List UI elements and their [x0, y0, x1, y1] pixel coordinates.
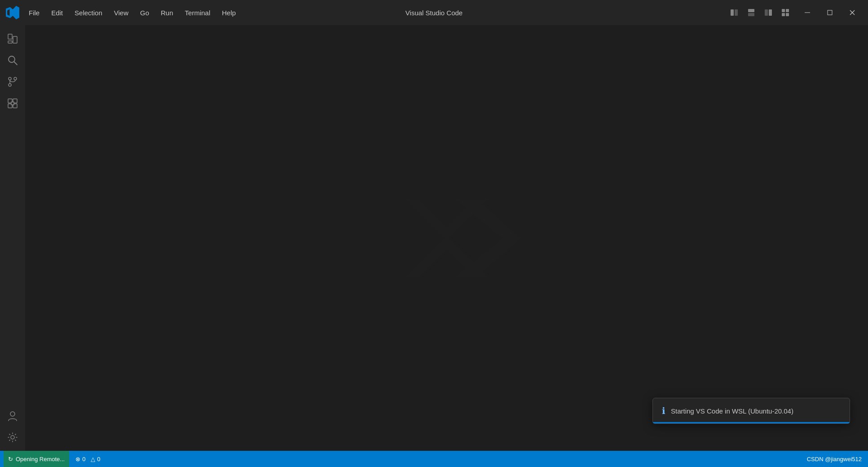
- svg-point-29: [10, 412, 15, 416]
- svg-line-18: [14, 62, 18, 65]
- svg-rect-9: [786, 13, 789, 16]
- menu-selection[interactable]: Selection: [69, 7, 108, 18]
- restore-button[interactable]: [820, 5, 840, 20]
- title-bar: File Edit Selection View Go Run Terminal…: [0, 0, 868, 25]
- split-editor-down-btn[interactable]: [743, 5, 759, 20]
- svg-rect-16: [8, 41, 12, 43]
- svg-rect-15: [13, 36, 17, 43]
- menu-bar: File Edit Selection View Go Run Terminal…: [23, 7, 726, 18]
- vscode-watermark-icon: [339, 130, 555, 346]
- remote-label: Opening Remote...: [16, 456, 65, 463]
- warning-count: 0: [97, 456, 100, 463]
- errors-status-item[interactable]: ⊗ 0: [73, 451, 88, 467]
- svg-point-30: [11, 436, 14, 439]
- svg-rect-8: [782, 13, 785, 16]
- menu-run[interactable]: Run: [155, 7, 179, 18]
- window-controls: [797, 5, 863, 20]
- menu-help[interactable]: Help: [216, 7, 241, 18]
- warnings-status-item[interactable]: △ 0: [88, 451, 103, 467]
- status-bar: ↻ Opening Remote... ⊗ 0 △ 0 CSDN @jiangw…: [0, 451, 868, 467]
- close-button[interactable]: [842, 5, 863, 20]
- customize-layout-btn[interactable]: [777, 5, 793, 20]
- explorer-icon[interactable]: [3, 29, 22, 49]
- svg-rect-1: [735, 9, 738, 16]
- vscode-logo-icon: [5, 5, 20, 20]
- source-control-icon[interactable]: [3, 72, 22, 92]
- extensions-icon[interactable]: [3, 93, 22, 113]
- svg-rect-0: [731, 9, 734, 16]
- svg-point-19: [9, 77, 11, 80]
- svg-rect-10: [805, 13, 810, 13]
- csdn-status[interactable]: CSDN @jiangwei512: [804, 456, 864, 463]
- menu-terminal[interactable]: Terminal: [180, 7, 216, 18]
- svg-rect-11: [828, 10, 832, 15]
- svg-point-20: [9, 84, 11, 86]
- svg-point-21: [14, 77, 17, 80]
- menu-edit[interactable]: Edit: [46, 7, 68, 18]
- svg-rect-14: [8, 34, 12, 39]
- menu-file[interactable]: File: [23, 7, 45, 18]
- layout-buttons: [726, 5, 793, 20]
- settings-icon[interactable]: [3, 427, 22, 447]
- svg-rect-6: [782, 9, 785, 12]
- error-icon: ⊗: [75, 456, 80, 463]
- svg-rect-27: [11, 102, 14, 105]
- activity-bottom: [3, 406, 22, 451]
- spin-icon: ↻: [8, 456, 13, 463]
- notification-toast: ℹ Starting VS Code in WSL (Ubuntu-20.04): [652, 398, 850, 424]
- editor-area: ℹ Starting VS Code in WSL (Ubuntu-20.04): [25, 25, 868, 451]
- search-icon[interactable]: [3, 50, 22, 70]
- svg-rect-7: [786, 9, 789, 12]
- info-icon: ℹ: [662, 405, 665, 416]
- main-area: ℹ Starting VS Code in WSL (Ubuntu-20.04): [0, 25, 868, 451]
- warning-icon: △: [91, 456, 95, 463]
- split-editor-right-btn[interactable]: [760, 5, 776, 20]
- minimize-button[interactable]: [797, 5, 818, 20]
- activity-bar: [0, 25, 25, 451]
- svg-rect-4: [765, 9, 768, 16]
- menu-view[interactable]: View: [109, 7, 134, 18]
- status-right: CSDN @jiangwei512: [804, 456, 864, 463]
- svg-rect-3: [748, 13, 754, 16]
- svg-rect-5: [769, 9, 772, 16]
- remote-status-item[interactable]: ↻ Opening Remote...: [4, 451, 69, 467]
- csdn-label: CSDN @jiangwei512: [807, 456, 862, 463]
- notification-message: Starting VS Code in WSL (Ubuntu-20.04): [671, 407, 793, 415]
- account-icon[interactable]: [3, 406, 22, 426]
- error-count: 0: [82, 456, 85, 463]
- split-editor-left-btn[interactable]: [726, 5, 742, 20]
- menu-go[interactable]: Go: [135, 7, 154, 18]
- svg-rect-2: [748, 9, 754, 12]
- notification-border: [653, 422, 850, 423]
